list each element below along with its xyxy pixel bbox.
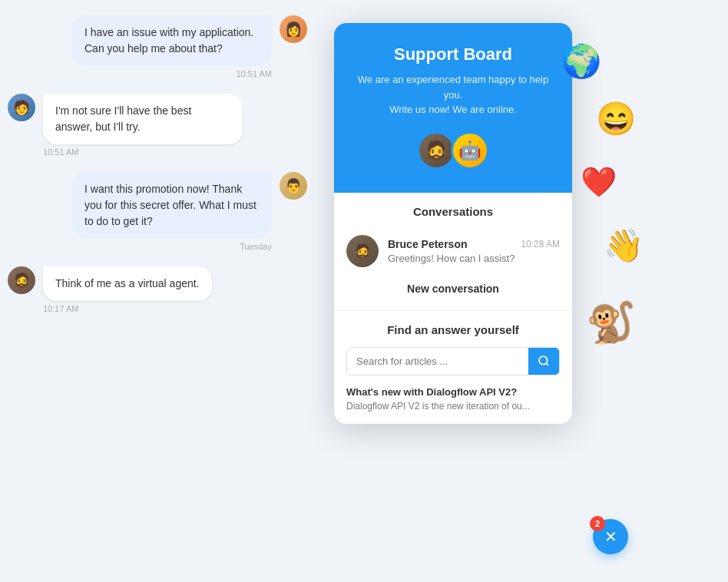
notification-badge: 2 [590, 516, 605, 531]
avatar-blonde: 👨 [280, 172, 307, 200]
search-input[interactable] [347, 348, 528, 375]
message-row-2: 🧑 I'm not sure I'll have the best answer… [8, 94, 307, 144]
conversations-title: Conversations [346, 205, 560, 218]
message-block-4: 🧔 Think of me as a virtual agent. 10:17 … [8, 266, 307, 313]
conv-time: 10:28 AM [521, 239, 560, 250]
widget-body: Conversations 🧔 Bruce Peterson 10:28 AM … [334, 193, 572, 424]
widget-subtitle: We are an experienced team happy to help… [349, 72, 557, 117]
search-button[interactable] [528, 348, 559, 375]
bubble-3: I want this promotion now! Thank you for… [72, 172, 272, 239]
article-preview: Dialogflow API V2 is the new iteration o… [346, 401, 560, 412]
wave-emoji: 👋 [604, 227, 644, 264]
widget-avatars: 🧔 🤖 [349, 131, 557, 170]
find-answer-section: Find an answer yourself What's new with … [334, 311, 572, 424]
message-row-4: 🧔 Think of me as a virtual agent. [8, 266, 307, 301]
chat-area: I have an issue with my application. Can… [0, 0, 323, 582]
bubble-1: I have an issue with my application. Can… [72, 15, 272, 66]
close-icon: ✕ [604, 527, 617, 546]
bubble-2: I'm not sure I'll have the best answer, … [43, 94, 243, 144]
conv-preview: Greetings! How can I assist? [388, 253, 560, 264]
monkey-emoji: 🐒 [586, 299, 636, 346]
conversations-section: Conversations 🧔 Bruce Peterson 10:28 AM … [334, 193, 572, 311]
message-block-3: I want this promotion now! Thank you for… [8, 172, 307, 251]
msg-time-4: 10:17 AM [8, 304, 307, 313]
svg-line-1 [546, 363, 548, 365]
conv-name: Bruce Peterson [388, 238, 467, 250]
close-button[interactable]: 2 ✕ [593, 519, 628, 554]
avatar-dark: 🧔 [8, 266, 35, 294]
heart-emoji: ❤️ [581, 165, 617, 199]
msg-time-3: Tuesday [8, 242, 307, 251]
message-row-1: I have an issue with my application. Can… [8, 15, 307, 66]
conversation-item-1[interactable]: 🧔 Bruce Peterson 10:28 AM Greetings! How… [346, 229, 560, 273]
support-avatar-1: 🧔 [417, 131, 455, 170]
article-link[interactable]: What's new with Dialogflow API V2? Dialo… [346, 386, 560, 412]
conv-info-1: Bruce Peterson 10:28 AM Greetings! How c… [388, 238, 560, 264]
avatar-glasses: 🧑 [8, 94, 35, 121]
article-title: What's new with Dialogflow API V2? [346, 386, 560, 398]
search-icon [538, 355, 550, 367]
grinning-emoji: 😄 [596, 100, 636, 137]
bubble-4: Think of me as a virtual agent. [43, 266, 212, 301]
avatar-woman: 👩 [280, 15, 307, 43]
new-conversation-button[interactable]: New conversation [346, 273, 560, 304]
message-row-3: I want this promotion now! Thank you for… [8, 172, 307, 239]
conv-avatar-1: 🧔 [346, 235, 379, 267]
message-block-2: 🧑 I'm not sure I'll have the best answer… [8, 94, 307, 157]
msg-time-1: 10:51 AM [8, 69, 307, 78]
search-row [346, 347, 560, 375]
msg-time-2: 10:51 AM [8, 147, 307, 157]
support-widget: Support Board We are an experienced team… [334, 23, 572, 424]
conv-name-row: Bruce Peterson 10:28 AM [388, 238, 560, 250]
svg-point-0 [539, 356, 548, 365]
widget-title: Support Board [349, 45, 557, 64]
find-answer-title: Find an answer yourself [346, 323, 560, 336]
support-avatar-2: 🤖 [451, 131, 489, 170]
widget-header: Support Board We are an experienced team… [334, 23, 572, 193]
message-block-1: I have an issue with my application. Can… [8, 15, 307, 78]
